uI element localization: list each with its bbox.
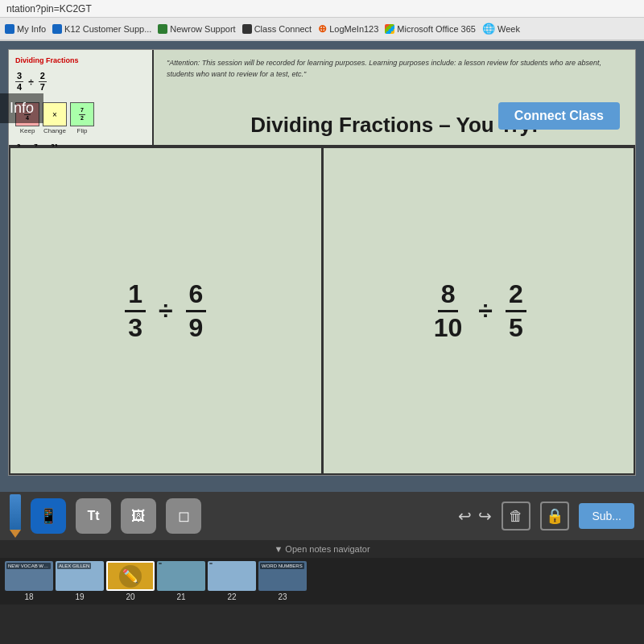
flip-label: Flip	[77, 127, 88, 134]
slide-thumb-19[interactable]: ALEX GILLEN 19	[56, 561, 104, 601]
keep-label: Keep	[20, 127, 35, 134]
slide-thumb-21[interactable]: 21	[157, 561, 205, 601]
bookmark-ms365[interactable]: Microsoft Office 365	[385, 24, 476, 34]
info-button[interactable]: Info	[0, 93, 43, 123]
address-bar[interactable]: ntation?pin=KC2GT	[0, 0, 644, 18]
thumbnail-title: Dividing Fractions	[15, 56, 146, 64]
notice-text: "Attention: This session will be recorde…	[167, 58, 622, 80]
main-content: Dividing Fractions 3 4 ÷ 2 7	[0, 41, 644, 605]
slide-main-title: Dividing Fractions – You Try!	[250, 113, 538, 138]
slide-22-num: 22	[227, 592, 236, 601]
phone-tool-button[interactable]: 📱	[31, 498, 66, 534]
bookmark-my-info[interactable]: My Info	[5, 24, 46, 34]
slide-strip: NEW VOCAB WORD ALERT 18 ALEX GILLEN 19 ✏…	[0, 558, 644, 605]
bookmark-label: Newrow Support	[170, 24, 235, 34]
pencil-tool-container[interactable]	[10, 494, 21, 538]
slide-21-num: 21	[176, 592, 185, 601]
slide-19-preview: ALEX GILLEN	[56, 561, 104, 591]
bookmark-newrow[interactable]: Newrow Support	[158, 24, 235, 34]
slide-20-preview: ✏️	[106, 561, 155, 591]
bookmark-label: My Info	[17, 24, 46, 34]
problem-expr-2: 8 10 ÷ 2 5	[431, 279, 526, 343]
submit-button[interactable]: Sub...	[579, 503, 634, 529]
bookmark-label: LogMeIn123	[329, 24, 378, 34]
globe-icon: 🌐	[482, 23, 495, 35]
change-box: ×	[43, 102, 67, 126]
slide-23-preview: WORD NUMBERS	[258, 561, 307, 591]
slide-22-label	[209, 563, 213, 564]
div-symbol-1: ÷	[159, 296, 173, 326]
slide-problems: 1 3 ÷ 6 9 8 10 ÷	[9, 147, 635, 475]
trash-button[interactable]: 🗑	[502, 502, 530, 530]
slide-19-label: ALEX GILLEN	[57, 563, 91, 569]
phone-icon: 📱	[39, 507, 57, 525]
bookmarks-bar: My Info K12 Customer Supp... Newrow Supp…	[0, 18, 644, 40]
change-item: × Change	[43, 102, 67, 134]
logmein-icon: ⊕	[318, 23, 327, 35]
slide-21-label	[159, 563, 162, 564]
bottom-toolbar: 📱 Tt 🖼 ◻ ↩ ↪ 🗑 🔒 Sub...	[0, 492, 644, 540]
eraser-tool-button[interactable]: ◻	[166, 498, 201, 534]
slide-right-top: "Attention: This session will be recorde…	[154, 50, 635, 145]
lock-button[interactable]: 🔒	[540, 502, 569, 530]
slide-thumb-20[interactable]: ✏️ 20	[106, 561, 155, 601]
ms365-icon	[385, 24, 394, 34]
text-icon: Tt	[87, 509, 99, 523]
undo-redo-controls: ↩ ↪	[458, 506, 492, 526]
problem-box-2: 8 10 ÷ 2 5	[322, 147, 636, 475]
frac-right: 2 7	[39, 71, 47, 93]
text-tool-button[interactable]: Tt	[76, 498, 111, 534]
slide-21-preview	[157, 561, 205, 591]
flip-item: 7 2 Flip	[70, 102, 94, 134]
bookmark-label: Microsoft Office 365	[397, 24, 476, 34]
bookmark-label: K12 Customer Supp...	[64, 24, 151, 34]
address-text: ntation?pin=KC2GT	[6, 3, 92, 14]
slide-20-num: 20	[126, 592, 134, 601]
bookmark-k12[interactable]: K12 Customer Supp...	[52, 24, 151, 34]
bookmark-label: Class Connect	[254, 24, 312, 34]
slide-thumb-23[interactable]: WORD NUMBERS 23	[258, 561, 307, 601]
big-frac-1-right: 6 9	[186, 279, 207, 343]
slide-20-icon: ✏️	[119, 565, 142, 588]
class-connect-icon	[242, 24, 252, 34]
my-info-icon	[5, 24, 14, 34]
big-frac-1-left: 1 3	[125, 279, 146, 343]
slide-thumb-22[interactable]: 22	[208, 561, 256, 601]
pencil-tip	[10, 530, 21, 538]
lock-icon: 🔒	[546, 507, 564, 525]
div-symbol-2: ÷	[478, 296, 493, 326]
fraction-display: 3 4 ÷ 2 7	[15, 71, 146, 93]
open-notes-label: ▼ Open notes navigator	[274, 544, 369, 554]
image-icon: 🖼	[131, 508, 146, 525]
eraser-icon: ◻	[178, 507, 190, 525]
slide-22-preview	[208, 561, 256, 591]
redo-button[interactable]: ↪	[478, 506, 492, 526]
slide-23-label: WORD NUMBERS	[260, 563, 304, 569]
flip-box: 7 2	[70, 102, 94, 126]
pencil-tool	[10, 494, 21, 530]
slide-18-label: NEW VOCAB WORD ALERT	[6, 563, 51, 569]
k12-icon	[52, 24, 62, 34]
slide-23-num: 23	[278, 592, 287, 601]
slide-top: Dividing Fractions 3 4 ÷ 2 7	[9, 50, 635, 147]
div-symbol-thumb: ÷	[28, 76, 34, 88]
open-notes-navigator[interactable]: ▼ Open notes navigator	[0, 540, 644, 558]
slide-notice: "Attention: This session will be recorde…	[154, 50, 635, 105]
connect-class-button[interactable]: Connect Class	[498, 102, 620, 130]
change-label: Change	[43, 127, 66, 134]
bookmark-logmein[interactable]: ⊕ LogMeIn123	[318, 23, 378, 35]
bookmark-label: Week	[497, 24, 520, 34]
bookmark-week[interactable]: 🌐 Week	[482, 23, 520, 35]
trash-icon: 🗑	[509, 508, 523, 525]
undo-button[interactable]: ↩	[458, 506, 472, 526]
bookmark-class-connect[interactable]: Class Connect	[242, 24, 312, 34]
big-frac-2-left: 8 10	[431, 279, 466, 343]
newrow-icon	[158, 24, 167, 34]
slide-18-preview: NEW VOCAB WORD ALERT	[5, 561, 53, 591]
image-tool-button[interactable]: 🖼	[121, 498, 156, 534]
slide-thumb-18[interactable]: NEW VOCAB WORD ALERT 18	[5, 561, 53, 601]
problem-box-1: 1 3 ÷ 6 9	[9, 147, 322, 475]
frac-left: 3 4	[15, 71, 23, 93]
big-frac-2-right: 2 5	[506, 279, 526, 343]
slide-18-num: 18	[24, 592, 33, 601]
